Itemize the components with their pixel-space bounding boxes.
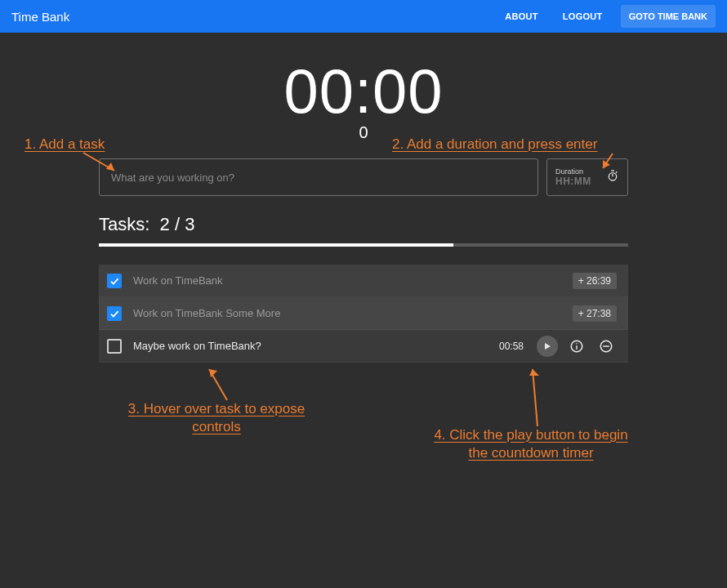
countdown-display: 00:00: [0, 56, 727, 127]
callout-1: 1. Add a task: [25, 136, 105, 154]
checkbox-unchecked-icon[interactable]: [107, 339, 122, 354]
svg-marker-14: [529, 369, 539, 376]
svg-line-13: [533, 369, 537, 426]
svg-point-4: [576, 342, 578, 344]
task-row[interactable]: Work on TimeBank + 26:39: [99, 265, 628, 297]
duration-field[interactable]: Duration HH:MM: [546, 158, 628, 196]
callout-2: 2. Add a duration and press enter: [392, 136, 597, 154]
tasks-count: 2 / 3: [160, 214, 195, 234]
about-link[interactable]: ABOUT: [498, 7, 545, 26]
goto-timebank-button[interactable]: GOTO TIME BANK: [621, 5, 716, 28]
task-row[interactable]: Maybe work on TimeBank? 00:58: [99, 330, 628, 363]
top-bar: Time Bank ABOUT LOGOUT GOTO TIME BANK: [0, 0, 727, 33]
task-name-field[interactable]: [99, 158, 538, 196]
svg-marker-12: [209, 369, 217, 377]
info-button[interactable]: [566, 336, 587, 357]
arrow-icon: [204, 364, 237, 402]
task-label: Work on TimeBank: [133, 274, 573, 287]
duration-placeholder: HH:MM: [555, 176, 591, 187]
svg-line-11: [209, 369, 227, 400]
task-label: Work on TimeBank Some More: [133, 307, 573, 319]
play-button[interactable]: [537, 336, 558, 357]
arrow-icon: [529, 364, 554, 428]
time-badge: + 27:38: [573, 305, 617, 322]
checkbox-checked-icon[interactable]: [107, 274, 122, 288]
task-list: Work on TimeBank + 26:39 Work on TimeBan…: [99, 265, 628, 363]
time-badge: + 26:39: [573, 273, 617, 289]
remove-button[interactable]: [595, 336, 617, 357]
countdown-sub: 0: [0, 123, 727, 142]
nav: ABOUT LOGOUT GOTO TIME BANK: [498, 5, 716, 28]
task-time: 00:58: [499, 341, 524, 352]
duration-label: Duration: [555, 167, 591, 176]
logout-link[interactable]: LOGOUT: [556, 7, 609, 26]
svg-marker-1: [545, 343, 551, 350]
callout-3: 3. Hover over task to expose controls: [98, 400, 335, 436]
checkbox-checked-icon[interactable]: [107, 306, 122, 321]
tasks-progress: [99, 243, 628, 247]
task-row[interactable]: Work on TimeBank Some More + 27:38: [99, 297, 628, 330]
callout-4: 4. Click the play button to begin the co…: [408, 426, 653, 462]
task-name-input[interactable]: [111, 172, 526, 184]
input-row: Duration HH:MM: [99, 158, 628, 196]
task-label: Maybe work on TimeBank?: [133, 340, 499, 352]
stopwatch-icon: [606, 169, 619, 185]
timer-area: 00:00 0: [0, 56, 727, 142]
app-title: Time Bank: [11, 10, 498, 24]
tasks-label: Tasks:: [99, 214, 149, 234]
tasks-header: Tasks: 2 / 3: [99, 214, 628, 247]
tasks-progress-fill: [99, 243, 453, 247]
task-row-controls: 00:58: [499, 336, 617, 357]
